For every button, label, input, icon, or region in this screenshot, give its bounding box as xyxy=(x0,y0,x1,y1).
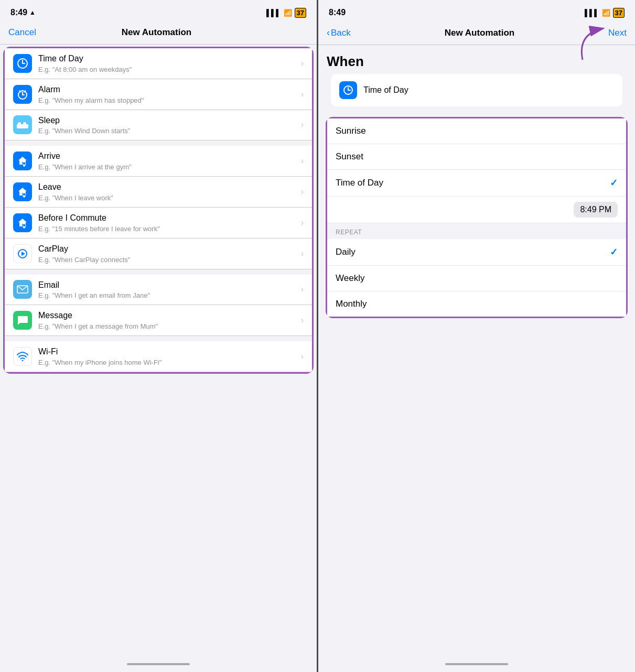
right-nav-title: New Automation xyxy=(445,28,514,38)
list-item-wifi[interactable]: Wi-Fi E.g. "When my iPhone joins home Wi… xyxy=(5,341,312,372)
sleep-title: Sleep xyxy=(38,115,297,126)
chevron-icon: › xyxy=(301,218,304,227)
carplay-text: CarPlay E.g. "When CarPlay connects" xyxy=(38,244,297,264)
section-divider-1 xyxy=(5,140,312,146)
right-phone: 8:49 ▌▌▌ 📶 37 ‹ Back New Automation Next… xyxy=(318,0,635,672)
list-item-email[interactable]: Email E.g. "When I get an email from Jan… xyxy=(5,275,312,306)
alarm-icon xyxy=(13,85,32,104)
left-time: 8:49 xyxy=(10,8,27,17)
chevron-icon: › xyxy=(301,352,304,361)
right-wifi-status-icon: 📶 xyxy=(602,9,610,17)
time-picker-row[interactable]: 8:49 PM xyxy=(327,197,626,223)
section-divider-3 xyxy=(5,336,312,341)
option-sunrise[interactable]: Sunrise xyxy=(327,118,626,144)
daily-label: Daily xyxy=(336,247,356,257)
arrive-title: Arrive xyxy=(38,151,297,162)
left-home-indicator xyxy=(0,656,317,672)
wifi-title: Wi-Fi xyxy=(38,346,297,357)
list-item-carplay[interactable]: CarPlay E.g. "When CarPlay connects" › xyxy=(5,239,312,269)
option-weekly[interactable]: Weekly xyxy=(327,266,626,291)
svg-rect-9 xyxy=(18,122,21,125)
option-monthly[interactable]: Monthly xyxy=(327,291,626,317)
right-home-bar xyxy=(445,663,508,665)
wifi-text: Wi-Fi E.g. "When my iPhone joins home Wi… xyxy=(38,346,297,366)
option-daily[interactable]: Daily ✓ xyxy=(327,239,626,266)
repeat-header: REPEAT xyxy=(327,223,626,239)
message-subtitle: E.g. "When I get a message from Mum" xyxy=(38,322,297,330)
sunset-label: Sunset xyxy=(336,151,363,162)
wifi-subtitle: E.g. "When my iPhone joins home Wi-Fi" xyxy=(38,359,297,366)
time-of-day-subtitle: E.g. "At 8:00 am on weekdays" xyxy=(38,66,297,73)
leave-subtitle: E.g. "When I leave work" xyxy=(38,194,297,202)
right-purple-box-wrapper: Sunrise Sunset Time of Day ✓ 8:49 PM REP… xyxy=(322,115,631,320)
time-of-day-checkmark: ✓ xyxy=(610,177,618,189)
time-of-day-icon xyxy=(13,54,32,73)
arrive-subtitle: E.g. "When I arrive at the gym" xyxy=(38,163,297,171)
time-of-day-option-label: Time of Day xyxy=(336,178,383,188)
list-item-time-of-day[interactable]: Time of Day E.g. "At 8:00 am on weekdays… xyxy=(5,48,312,79)
alarm-text: Alarm E.g. "When my alarm has stopped" xyxy=(38,84,297,104)
right-nav-bar: ‹ Back New Automation Next xyxy=(318,23,635,45)
email-subtitle: E.g. "When I get an email from Jane" xyxy=(38,291,297,299)
battery-badge: 37 xyxy=(295,8,306,18)
signal-icon: ▌▌▌ xyxy=(266,9,281,17)
wifi-status-icon: 📶 xyxy=(284,9,292,17)
alarm-subtitle: E.g. "When my alarm has stopped" xyxy=(38,96,297,104)
arrive-text: Arrive E.g. "When I arrive at the gym" xyxy=(38,151,297,171)
left-purple-box: Time of Day E.g. "At 8:00 am on weekdays… xyxy=(3,47,314,374)
carplay-subtitle: E.g. "When CarPlay connects" xyxy=(38,256,297,264)
right-battery-badge: 37 xyxy=(613,8,625,18)
svg-rect-10 xyxy=(23,122,26,125)
sleep-subtitle: E.g. "When Wind Down starts" xyxy=(38,127,297,135)
daily-checkmark: ✓ xyxy=(610,246,618,258)
left-status-icons: ▌▌▌ 📶 37 xyxy=(266,8,306,18)
right-status-bar: 8:49 ▌▌▌ 📶 37 xyxy=(318,0,635,23)
option-time-of-day[interactable]: Time of Day ✓ xyxy=(327,170,626,197)
before-commute-subtitle: E.g. "15 minutes before I leave for work… xyxy=(38,225,297,233)
wifi-list-icon xyxy=(13,347,32,366)
selected-trigger-item[interactable]: Time of Day xyxy=(331,74,622,106)
time-value-badge[interactable]: 8:49 PM xyxy=(574,202,618,218)
left-nav-title: New Automation xyxy=(122,27,191,38)
home-bar xyxy=(127,663,190,665)
selected-trigger-container: Time of Day xyxy=(318,74,635,115)
svg-point-26 xyxy=(22,360,24,362)
chevron-icon: › xyxy=(301,59,304,68)
sunrise-label: Sunrise xyxy=(336,126,366,136)
option-sunset[interactable]: Sunset xyxy=(327,144,626,170)
before-commute-title: Before I Commute xyxy=(38,213,297,224)
next-button[interactable]: Next xyxy=(608,28,627,38)
when-label: When xyxy=(318,45,635,74)
chevron-icon: › xyxy=(301,187,304,197)
back-button[interactable]: Back xyxy=(331,28,351,38)
section-network: Wi-Fi E.g. "When my iPhone joins home Wi… xyxy=(5,341,312,372)
left-content: Time of Day E.g. "At 8:00 am on weekdays… xyxy=(0,45,317,656)
time-of-day-title: Time of Day xyxy=(38,53,297,64)
left-status-bar: 8:49 ▲ ▌▌▌ 📶 37 xyxy=(0,0,317,23)
message-title: Message xyxy=(38,310,297,321)
list-item-before-commute[interactable]: Before I Commute E.g. "15 minutes before… xyxy=(5,208,312,239)
back-button-container[interactable]: ‹ Back xyxy=(327,27,351,38)
svg-marker-24 xyxy=(21,252,25,256)
sleep-icon xyxy=(13,115,32,134)
right-status-icons: ▌▌▌ 📶 37 xyxy=(585,8,625,18)
list-item-message[interactable]: Message E.g. "When I get a message from … xyxy=(5,305,312,336)
list-item-alarm[interactable]: Alarm E.g. "When my alarm has stopped" › xyxy=(5,79,312,110)
right-time: 8:49 xyxy=(329,8,346,17)
carplay-title: CarPlay xyxy=(38,244,297,255)
sleep-text: Sleep E.g. "When Wind Down starts" xyxy=(38,115,297,135)
weekly-label: Weekly xyxy=(336,273,364,284)
cancel-button[interactable]: Cancel xyxy=(8,27,36,38)
list-item-leave[interactable]: Leave E.g. "When I leave work" › xyxy=(5,177,312,208)
chevron-icon: › xyxy=(301,249,304,258)
chevron-icon: › xyxy=(301,285,304,294)
section-divider-2 xyxy=(5,269,312,275)
location-icon: ▲ xyxy=(29,9,36,16)
email-icon xyxy=(13,280,32,299)
right-purple-box: Sunrise Sunset Time of Day ✓ 8:49 PM REP… xyxy=(326,117,628,318)
chevron-icon: › xyxy=(301,120,304,129)
list-item-arrive[interactable]: Arrive E.g. "When I arrive at the gym" › xyxy=(5,146,312,177)
email-text: Email E.g. "When I get an email from Jan… xyxy=(38,280,297,300)
list-item-sleep[interactable]: Sleep E.g. "When Wind Down starts" › xyxy=(5,110,312,141)
message-text: Message E.g. "When I get a message from … xyxy=(38,310,297,330)
